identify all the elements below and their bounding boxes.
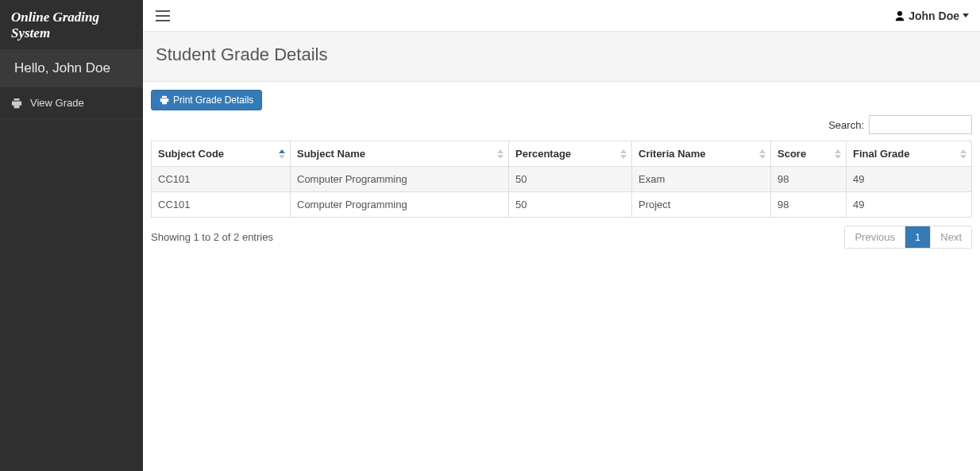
cell-score: 98 xyxy=(771,192,847,218)
print-grade-details-button[interactable]: Print Grade Details xyxy=(151,90,262,110)
column-label: Criteria Name xyxy=(639,148,706,160)
sort-icon xyxy=(759,149,766,159)
column-label: Score xyxy=(777,148,806,160)
cell-final-grade: 49 xyxy=(847,167,972,192)
cell-criteria-name: Project xyxy=(632,192,771,218)
column-label: Subject Code xyxy=(158,148,224,160)
sort-icon xyxy=(960,149,966,159)
table-row: CC101 Computer Programming 50 Project 98… xyxy=(152,192,972,218)
pagination: Previous 1 Next xyxy=(844,226,972,249)
column-header-criteria-name[interactable]: Criteria Name xyxy=(632,141,771,167)
pagination-page-1[interactable]: 1 xyxy=(905,226,930,248)
cell-subject-name: Computer Programming xyxy=(291,167,509,192)
column-label: Final Grade xyxy=(853,148,910,160)
cell-final-grade: 49 xyxy=(847,192,972,218)
svg-rect-1 xyxy=(156,15,170,17)
cell-subject-name: Computer Programming xyxy=(291,192,509,218)
print-button-label: Print Grade Details xyxy=(173,95,253,106)
print-icon xyxy=(160,95,169,105)
print-icon xyxy=(11,98,22,109)
user-icon xyxy=(894,10,905,21)
column-header-subject-code[interactable]: Subject Code xyxy=(152,141,291,167)
hamburger-icon xyxy=(156,10,170,21)
caret-down-icon xyxy=(963,14,969,17)
column-header-subject-name[interactable]: Subject Name xyxy=(291,141,509,167)
sort-icon xyxy=(620,149,627,159)
column-label: Percentage xyxy=(515,148,571,160)
search-label: Search: xyxy=(828,119,864,131)
sort-asc-icon xyxy=(279,149,285,159)
column-label: Subject Name xyxy=(297,148,365,160)
menu-toggle-button[interactable] xyxy=(151,4,175,28)
column-header-final-grade[interactable]: Final Grade xyxy=(847,141,972,167)
table-info: Showing 1 to 2 of 2 entries xyxy=(151,231,844,243)
pagination-next[interactable]: Next xyxy=(930,226,971,248)
table-row: CC101 Computer Programming 50 Exam 98 49 xyxy=(152,167,972,192)
page-title: Student Grade Details xyxy=(143,32,980,82)
sort-icon xyxy=(497,149,504,159)
svg-rect-2 xyxy=(156,20,170,21)
search-input[interactable] xyxy=(869,115,972,134)
sidebar-item-view-grade[interactable]: View Grade xyxy=(0,87,143,119)
topbar: John Doe xyxy=(143,0,980,32)
main-area: John Doe Student Grade Details Print Gra… xyxy=(143,0,980,471)
column-header-percentage[interactable]: Percentage xyxy=(509,141,632,167)
cell-subject-code: CC101 xyxy=(152,167,291,192)
cell-percentage: 50 xyxy=(509,192,632,218)
cell-subject-code: CC101 xyxy=(152,192,291,218)
user-name: John Doe xyxy=(909,10,959,22)
sidebar-item-label: View Grade xyxy=(30,97,84,109)
cell-percentage: 50 xyxy=(509,167,632,192)
pagination-previous[interactable]: Previous xyxy=(845,226,905,248)
svg-rect-0 xyxy=(156,10,170,12)
grades-table: Subject Code Subject Name Percentage xyxy=(151,141,972,218)
sidebar: Online Grading System Hello, John Doe Vi… xyxy=(0,0,143,471)
brand-title: Online Grading System xyxy=(0,0,143,49)
user-menu[interactable]: John Doe xyxy=(891,6,972,25)
cell-score: 98 xyxy=(771,167,847,192)
column-header-score[interactable]: Score xyxy=(771,141,847,167)
sort-icon xyxy=(835,149,841,159)
cell-criteria-name: Exam xyxy=(632,167,771,192)
user-greeting: Hello, John Doe xyxy=(0,49,143,87)
